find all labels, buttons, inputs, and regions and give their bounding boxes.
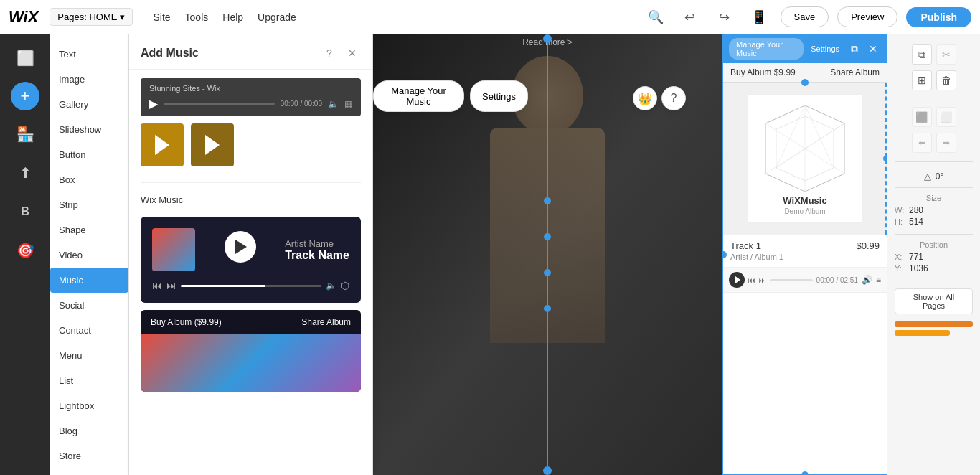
element-list[interactable]: List: [50, 368, 128, 393]
upgrade-menu[interactable]: Upgrade: [258, 11, 296, 23]
slider-node-bottom[interactable]: [543, 466, 552, 475]
size-section: Size W: 280 H: 514: [887, 191, 980, 231]
next-track-icon[interactable]: ⏭: [759, 276, 766, 284]
element-image[interactable]: Image: [50, 67, 128, 92]
buy-album-label[interactable]: Buy Album ($9.99): [151, 317, 222, 327]
elements-panel: Text Image Gallery Slideshow Button Box …: [50, 34, 129, 475]
help-icon[interactable]: ?: [321, 44, 338, 62]
element-music[interactable]: Music: [50, 268, 128, 293]
settings-button[interactable]: Settings: [470, 80, 528, 112]
slider-node-top[interactable]: [543, 34, 552, 43]
height-row: H: 514: [895, 217, 973, 227]
settings-tab[interactable]: Settings: [804, 42, 847, 55]
align-left-icon[interactable]: ⬅: [912, 133, 932, 153]
show-all-pages-button[interactable]: Show on All Pages: [895, 288, 973, 314]
pages-label: Pages: HOME: [57, 11, 117, 22]
mini-player-2[interactable]: [191, 123, 234, 166]
blog-icon[interactable]: B: [7, 194, 43, 230]
help-menu[interactable]: Help: [222, 11, 243, 23]
element-box[interactable]: Box: [50, 167, 128, 192]
panel-header: Add Music ? ✕: [129, 34, 372, 70]
element-lightbox[interactable]: Lightbox: [50, 393, 128, 418]
save-button[interactable]: Save: [781, 6, 829, 27]
element-strip[interactable]: Strip: [50, 192, 128, 217]
w-value: 280: [909, 205, 923, 215]
slider-node-mid1[interactable]: [544, 197, 551, 204]
resize-handle-top[interactable]: [801, 79, 809, 86]
copy-paste-icons: ⧉ ✂: [887, 40, 980, 69]
element-social[interactable]: Social: [50, 293, 128, 318]
publish-button[interactable]: Publish: [906, 7, 971, 27]
element-more[interactable]: More: [50, 469, 128, 475]
bring-forward-icon[interactable]: ⬛: [912, 107, 932, 127]
help-circle-icon[interactable]: ?: [661, 86, 686, 110]
element-button[interactable]: Button: [50, 142, 128, 167]
share-icon[interactable]: ⬡: [341, 280, 349, 291]
delete-icon[interactable]: 🗑: [936, 70, 956, 90]
play-large-button[interactable]: [225, 231, 256, 263]
album-art-thumbnail: [152, 228, 195, 271]
skip-forward-icon[interactable]: ⏭: [166, 280, 176, 291]
volume-icon[interactable]: 🔈: [328, 99, 339, 109]
upload-icon[interactable]: ⬆: [7, 155, 43, 191]
share-album-label[interactable]: Share Album: [301, 317, 351, 327]
play-button[interactable]: ▶: [149, 97, 158, 110]
slider-node-mid2[interactable]: [544, 233, 551, 240]
slider-segment-2: [547, 240, 548, 269]
store-icon[interactable]: 🏪: [7, 116, 43, 152]
manage-tab[interactable]: Manage Your Music: [729, 38, 804, 60]
slider-node-mid4[interactable]: [544, 305, 551, 312]
music-player-card: Artist Name Track Name ⏮ ⏭ 🔈 ⬡: [141, 217, 361, 303]
pages-button[interactable]: Pages: HOME ▾: [50, 8, 133, 26]
element-slideshow[interactable]: Slideshow: [50, 117, 128, 142]
buy-album-widget[interactable]: Buy Album $9.99: [730, 67, 796, 77]
tools-menu[interactable]: Tools: [185, 11, 209, 23]
manage-music-button[interactable]: Manage Your Music: [373, 80, 464, 112]
element-blog[interactable]: Blog: [50, 418, 128, 443]
app-market-icon[interactable]: 🎯: [7, 232, 43, 268]
align-right-icon[interactable]: ➡: [936, 133, 956, 153]
panels-icon[interactable]: ⬜: [7, 40, 43, 76]
cut-icon-prop[interactable]: ✂: [936, 44, 956, 65]
add-element-button[interactable]: +: [11, 82, 39, 110]
duplicate-icon[interactable]: ⊞: [912, 70, 932, 90]
element-menu[interactable]: Menu: [50, 343, 128, 368]
slider-node-mid3[interactable]: [544, 269, 551, 276]
resize-handle-bottom[interactable]: [801, 471, 809, 475]
track-info: Artist Name Track Name: [285, 238, 349, 262]
element-text[interactable]: Text: [50, 42, 128, 67]
preview-button[interactable]: Preview: [837, 6, 897, 27]
close-widget-icon[interactable]: ✕: [865, 41, 881, 57]
crown-icon[interactable]: 👑: [633, 86, 657, 110]
mobile-view-icon[interactable]: 📱: [746, 4, 772, 30]
element-store[interactable]: Store: [50, 443, 128, 469]
svg-line-6: [805, 105, 834, 168]
play-mini-button[interactable]: [729, 272, 745, 288]
volume-icon-2[interactable]: 🔈: [326, 281, 336, 291]
mini-player-1[interactable]: [141, 123, 184, 166]
element-contact[interactable]: Contact: [50, 318, 128, 343]
wix-music-label: Wix Music: [129, 190, 372, 210]
undo-icon[interactable]: ↩: [677, 4, 703, 30]
prev-track-icon[interactable]: ⏮: [748, 276, 755, 284]
element-gallery[interactable]: Gallery: [50, 92, 128, 117]
x-label: X:: [895, 253, 906, 261]
redo-icon[interactable]: ↪: [712, 4, 738, 30]
copy-icon[interactable]: ⧉: [847, 41, 862, 57]
site-menu[interactable]: Site: [153, 11, 170, 23]
rotation-icon[interactable]: △: [924, 171, 931, 182]
search-icon[interactable]: 🔍: [643, 4, 669, 30]
skip-back-icon[interactable]: ⏮: [152, 280, 162, 291]
position-section: Position X: 771 Y: 1036: [887, 238, 980, 278]
volume-widget-icon[interactable]: 🔊: [862, 275, 872, 285]
bars-icon[interactable]: ▦: [344, 99, 352, 109]
album-art-area: WiXMusic Demo Album: [723, 83, 887, 235]
element-video[interactable]: Video: [50, 243, 128, 268]
playlist-icon[interactable]: ≡: [876, 275, 881, 285]
buy-album-header: Buy Album ($9.99) Share Album: [141, 310, 361, 334]
copy-icon-prop[interactable]: ⧉: [912, 44, 932, 65]
send-backward-icon[interactable]: ⬜: [936, 107, 956, 127]
element-shape[interactable]: Shape: [50, 217, 128, 243]
share-album-widget[interactable]: Share Album: [830, 67, 880, 77]
close-icon[interactable]: ✕: [344, 44, 361, 62]
